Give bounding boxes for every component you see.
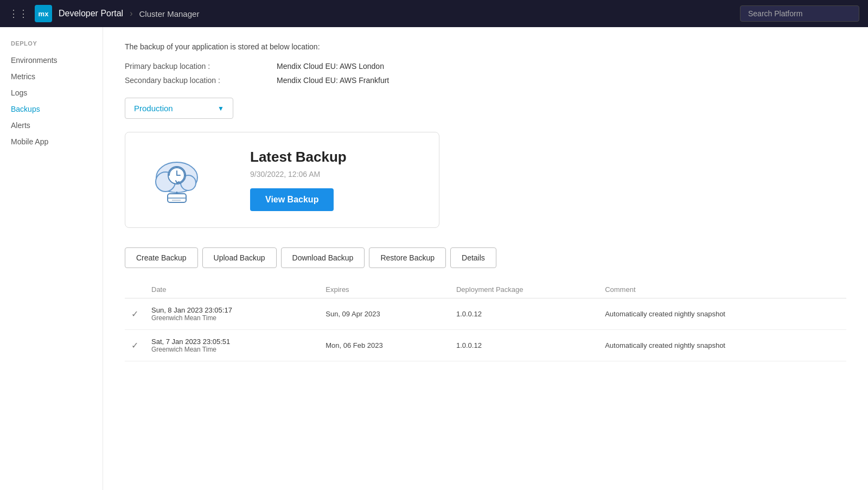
- table-header-comment: Comment: [598, 281, 846, 298]
- table-cell-comment: Automatically created nightly snapshot: [598, 298, 846, 330]
- checkmark-icon: ✓: [131, 341, 138, 350]
- chevron-down-icon: ▼: [218, 105, 224, 112]
- table-cell-date: Sat, 7 Jan 2023 23:05:51 Greenwich Mean …: [145, 330, 319, 361]
- table-cell-expires: Sun, 09 Apr 2023: [319, 298, 450, 330]
- sidebar: DEPLOY Environments Metrics Logs Backups…: [0, 27, 103, 490]
- backup-cloud-icon: [147, 149, 218, 211]
- details-button[interactable]: Details: [450, 247, 496, 268]
- action-buttons-row: Create Backup Upload Backup Download Bac…: [125, 247, 846, 268]
- table-header-expires: Expires: [319, 281, 450, 298]
- sidebar-item-mobile-app[interactable]: Mobile App: [11, 133, 103, 150]
- table-header-date: Date: [145, 281, 319, 298]
- table-row[interactable]: ✓ Sun, 8 Jan 2023 23:05:17 Greenwich Mea…: [125, 298, 846, 330]
- app-name: Developer Portal: [59, 9, 123, 18]
- sidebar-item-backups[interactable]: Backups: [11, 101, 103, 117]
- latest-backup-date: 9/30/2022, 12:06 AM: [250, 170, 347, 179]
- checkmark-icon: ✓: [131, 309, 138, 319]
- view-backup-button[interactable]: View Backup: [250, 188, 334, 211]
- main-content: The backup of your application is stored…: [103, 27, 868, 490]
- latest-backup-info: Latest Backup 9/30/2022, 12:06 AM View B…: [250, 149, 347, 211]
- upload-backup-button[interactable]: Upload Backup: [202, 247, 277, 268]
- create-backup-button[interactable]: Create Backup: [125, 247, 198, 268]
- table-cell-date: Sun, 8 Jan 2023 23:05:17 Greenwich Mean …: [145, 298, 319, 330]
- sidebar-item-environments[interactable]: Environments: [11, 52, 103, 68]
- sidebar-section-label: DEPLOY: [11, 40, 103, 47]
- secondary-location-label: Secondary backup location :: [125, 76, 277, 85]
- table-cell-check: ✓: [125, 330, 145, 361]
- environment-dropdown[interactable]: Production ▼: [125, 98, 233, 119]
- table-cell-deployment: 1.0.0.12: [450, 330, 598, 361]
- search-input[interactable]: Search Platform: [740, 5, 859, 22]
- backup-table: Date Expires Deployment Package Comment …: [125, 281, 846, 361]
- latest-backup-title: Latest Backup: [250, 149, 347, 166]
- primary-location-value: Mendix Cloud EU: AWS London: [277, 62, 384, 71]
- table-row[interactable]: ✓ Sat, 7 Jan 2023 23:05:51 Greenwich Mea…: [125, 330, 846, 361]
- app-logo: mx: [35, 5, 52, 22]
- top-navigation: ⋮⋮ mx Developer Portal › Cluster Manager…: [0, 0, 868, 27]
- table-header-check: [125, 281, 145, 298]
- sidebar-item-alerts[interactable]: Alerts: [11, 117, 103, 133]
- table-cell-comment: Automatically created nightly snapshot: [598, 330, 846, 361]
- secondary-location-row: Secondary backup location : Mendix Cloud…: [125, 76, 846, 85]
- table-cell-check: ✓: [125, 298, 145, 330]
- latest-backup-card: Latest Backup 9/30/2022, 12:06 AM View B…: [125, 132, 439, 228]
- table-header-deployment: Deployment Package: [450, 281, 598, 298]
- table-cell-deployment: 1.0.0.12: [450, 298, 598, 330]
- restore-backup-button[interactable]: Restore Backup: [369, 247, 446, 268]
- env-dropdown-label: Production: [134, 104, 173, 113]
- primary-location-label: Primary backup location :: [125, 62, 277, 71]
- main-layout: DEPLOY Environments Metrics Logs Backups…: [0, 27, 868, 490]
- sidebar-item-logs[interactable]: Logs: [11, 85, 103, 101]
- nav-separator: ›: [130, 9, 132, 18]
- grid-icon[interactable]: ⋮⋮: [9, 8, 28, 20]
- nav-section: Cluster Manager: [139, 9, 200, 18]
- sidebar-item-metrics[interactable]: Metrics: [11, 68, 103, 85]
- download-backup-button[interactable]: Download Backup: [281, 247, 365, 268]
- info-text: The backup of your application is stored…: [125, 42, 846, 51]
- table-cell-expires: Mon, 06 Feb 2023: [319, 330, 450, 361]
- secondary-location-value: Mendix Cloud EU: AWS Frankfurt: [277, 76, 389, 85]
- primary-location-row: Primary backup location : Mendix Cloud E…: [125, 62, 846, 71]
